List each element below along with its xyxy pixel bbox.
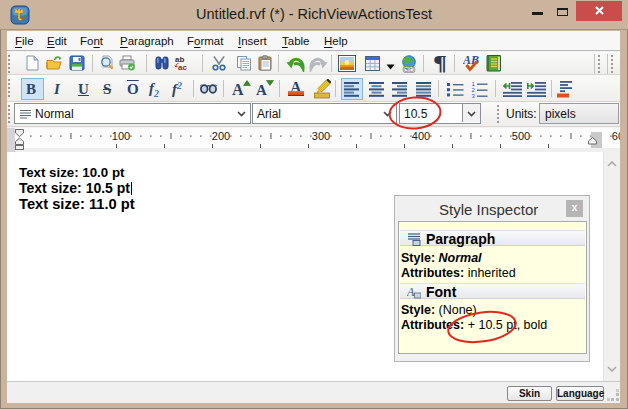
svg-text:600: 600 [612,130,620,142]
svg-text:400: 400 [412,130,430,142]
svg-text:3: 3 [472,93,476,98]
svg-text:ac: ac [178,63,187,71]
svg-text:500: 500 [512,130,530,142]
svg-text:A: A [407,285,415,299]
svg-text:200: 200 [212,130,230,142]
svg-text:100: 100 [112,130,130,142]
svg-text:AB: AB [463,54,479,67]
svg-text:300: 300 [312,130,330,142]
